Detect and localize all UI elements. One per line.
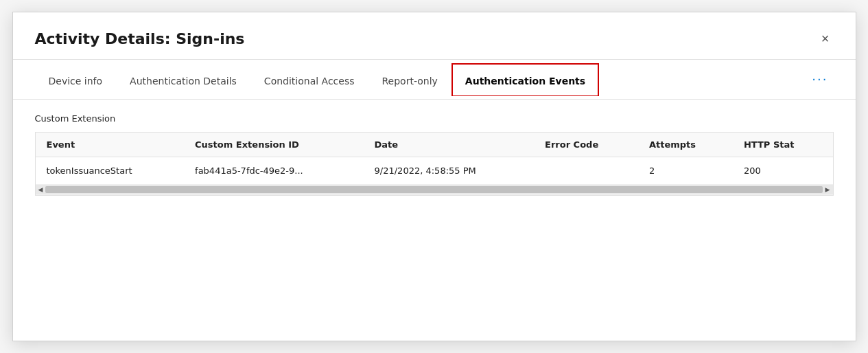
modal-title: Activity Details: Sign-ins — [35, 30, 245, 47]
tab-device-info[interactable]: Device info — [35, 63, 117, 96]
tab-conditional-access[interactable]: Conditional Access — [250, 63, 368, 96]
close-button[interactable]: × — [817, 29, 834, 48]
cell-error-code — [534, 157, 638, 185]
table-row: tokenIssuanceStart fab441a5-7fdc-49e2-9.… — [36, 157, 833, 185]
activity-details-modal: Activity Details: Sign-ins × Device info… — [12, 12, 856, 341]
tab-auth-details[interactable]: Authentication Details — [116, 63, 250, 96]
section-label: Custom Extension — [35, 113, 834, 124]
cell-date: 9/21/2022, 4:58:55 PM — [364, 157, 534, 185]
cell-http-stat: 200 — [733, 157, 833, 185]
tab-auth-events[interactable]: Authentication Events — [451, 63, 599, 96]
tabs-bar: Device info Authentication Details Condi… — [13, 60, 856, 100]
cell-event: tokenIssuanceStart — [36, 157, 185, 185]
cell-custom-extension-id: fab441a5-7fdc-49e2-9... — [184, 157, 363, 185]
modal-header: Activity Details: Sign-ins × — [13, 12, 856, 60]
col-header-event: Event — [36, 133, 185, 157]
data-table: Event Custom Extension ID Date Error Cod… — [36, 133, 833, 195]
table-header-row: Event Custom Extension ID Date Error Cod… — [36, 133, 833, 157]
content-area: Custom Extension Event Custom Extension … — [13, 100, 856, 212]
scroll-left-arrow[interactable]: ◀ — [37, 186, 45, 193]
tab-report-only[interactable]: Report-only — [368, 63, 451, 96]
col-header-error-code: Error Code — [534, 133, 638, 157]
col-header-custom-extension-id: Custom Extension ID — [184, 133, 363, 157]
scrollbar-thumb[interactable] — [45, 186, 822, 193]
scroll-right-arrow[interactable]: ▶ — [824, 186, 832, 193]
cell-attempts: 2 — [638, 157, 733, 185]
col-header-date: Date — [364, 133, 534, 157]
col-header-http-stat: HTTP Stat — [733, 133, 833, 157]
data-table-wrapper[interactable]: Event Custom Extension ID Date Error Cod… — [35, 132, 834, 196]
tabs-more-button[interactable]: ··· — [806, 60, 833, 99]
col-header-attempts: Attempts — [638, 133, 733, 157]
scrollbar-row[interactable]: ◀ ▶ — [36, 185, 833, 195]
